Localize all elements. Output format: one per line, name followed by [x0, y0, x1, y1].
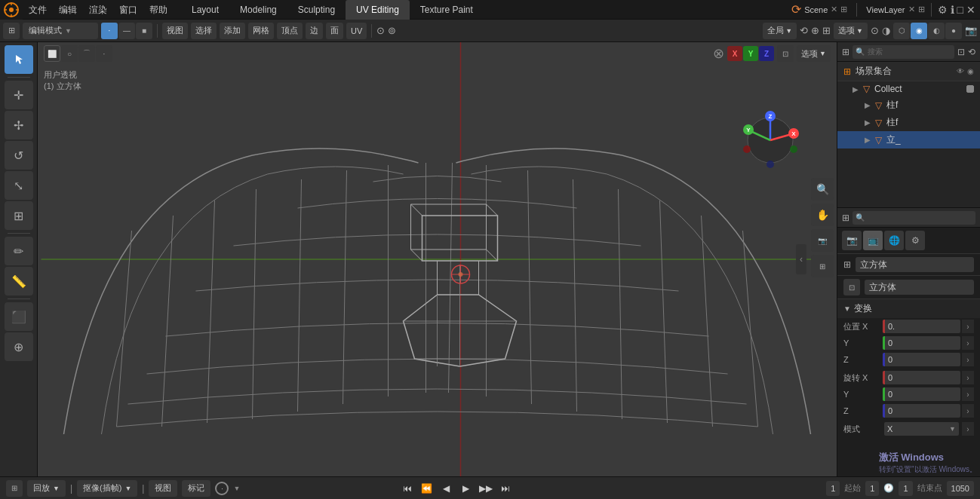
icon-settings[interactable]: ⚙: [938, 4, 948, 16]
zoom-vp-btn[interactable]: 🔍: [811, 178, 834, 201]
icon-maximize[interactable]: □: [957, 4, 963, 16]
pos-y-input[interactable]: 0: [883, 336, 960, 350]
props-output-icon[interactable]: 📺: [863, 231, 883, 250]
camera-view-icon[interactable]: 📷: [965, 25, 977, 36]
gizmo-widget[interactable]: Z X Y: [740, 110, 800, 170]
outliner-item-2[interactable]: ▶ ▽ 柱f: [837, 114, 980, 131]
mode-select[interactable]: 编辑模式 ▼: [23, 23, 98, 39]
mesh-menu[interactable]: 网格: [248, 23, 274, 39]
tab-sculpting[interactable]: Sculpting: [287, 0, 346, 20]
transform-orient-icon[interactable]: ⊗: [713, 45, 724, 62]
extrude-tool[interactable]: ⊕: [5, 332, 33, 361]
options-btn[interactable]: 选项 ▼: [834, 23, 868, 39]
vert-icon[interactable]: ·: [101, 23, 118, 39]
jump-end-btn[interactable]: ⏭: [497, 480, 514, 497]
y-axis-btn[interactable]: Y: [743, 46, 758, 61]
prev-keyframe-btn[interactable]: ⏪: [419, 480, 435, 497]
mark-btn[interactable]: 标记: [182, 480, 210, 497]
overlay-icon[interactable]: ⊙: [871, 25, 879, 36]
pos-y-arrow[interactable]: ›: [962, 336, 974, 350]
tab-texture-paint[interactable]: Texture Paint: [410, 0, 484, 20]
props-view-icon[interactable]: 🌐: [884, 231, 904, 250]
editor-type-bottom[interactable]: ⊞: [6, 480, 23, 497]
persp-ortho-btn[interactable]: ⊡: [777, 45, 794, 62]
scene-hide-icon[interactable]: ◉: [967, 67, 974, 75]
icon-close[interactable]: ✕: [966, 4, 975, 16]
tab-modeling[interactable]: Modeling: [229, 0, 287, 20]
play-btn[interactable]: ▶: [458, 480, 475, 497]
transform-header[interactable]: ▼ 变换: [837, 299, 980, 318]
step-forward-btn[interactable]: ▶▶: [478, 480, 494, 497]
wire-shading[interactable]: ⬡: [893, 23, 910, 39]
move-tool[interactable]: ✢: [5, 111, 33, 139]
menu-file[interactable]: 文件: [23, 0, 53, 20]
viewport-3d[interactable]: ⬜ ○ ⌒ · ⊗ X Y Z ⊡ 选项 ▼ 用户透视: [38, 42, 837, 476]
object-name-input[interactable]: 立方体: [856, 257, 974, 272]
pan-vp-btn[interactable]: ✋: [811, 204, 834, 226]
start-time-input[interactable]: 1: [899, 481, 912, 496]
camera-vp-btn[interactable]: 📷: [811, 229, 834, 252]
rot-z-arrow[interactable]: ›: [962, 404, 974, 418]
scene-collection-row[interactable]: ⊞ 场景集合 👁 ◉: [837, 62, 980, 81]
props-render-icon[interactable]: 📷: [842, 231, 862, 250]
mesh-name-input[interactable]: 立方体: [865, 280, 974, 295]
mesh-icon[interactable]: ⊡: [843, 279, 860, 295]
rot-z-input[interactable]: 0: [883, 404, 960, 418]
face-menu[interactable]: 面: [326, 23, 343, 39]
global-btn[interactable]: 全局 ▼: [763, 23, 797, 39]
edge-icon[interactable]: —: [118, 23, 135, 39]
edge-menu[interactable]: 边: [306, 23, 323, 39]
mode-arrow[interactable]: ›: [962, 422, 974, 436]
undo-btn[interactable]: 回放 ▼: [27, 480, 66, 497]
snap2-icon[interactable]: ⊞: [822, 25, 831, 36]
menu-window[interactable]: 窗口: [113, 0, 143, 20]
render-shading[interactable]: ●: [945, 23, 962, 39]
select-options-btn[interactable]: 选项 ▼: [797, 45, 831, 62]
shading-icon[interactable]: ◑: [882, 25, 890, 36]
menu-render[interactable]: 渲染: [83, 0, 113, 20]
scale-tool[interactable]: ⤡: [5, 171, 33, 200]
tab-layout[interactable]: Layout: [181, 0, 229, 20]
props-scene-icon[interactable]: ⚙: [905, 231, 925, 250]
tab-uv-editing[interactable]: UV Editing: [346, 0, 410, 20]
transform-icon[interactable]: ⟲: [800, 25, 808, 36]
outliner-search-box[interactable]: 🔍 搜索: [853, 45, 954, 59]
view-btn-bottom[interactable]: 视图: [149, 480, 177, 497]
add-cube-tool[interactable]: ⬛: [5, 302, 33, 331]
snap-icon[interactable]: ⊙: [376, 25, 385, 36]
outliner-item-3-selected[interactable]: ▶ ▽ 立_: [837, 131, 980, 148]
uv-menu[interactable]: UV: [346, 23, 367, 39]
grid-vp-btn[interactable]: ⊞: [811, 255, 834, 277]
z-axis-btn[interactable]: Z: [759, 46, 774, 61]
current-frame-input[interactable]: 1: [826, 481, 840, 496]
view-menu[interactable]: 视图: [162, 23, 188, 39]
pivot-icon[interactable]: ⊕: [811, 25, 819, 36]
editor-type-btn[interactable]: ⊞: [3, 23, 20, 39]
transform-tool[interactable]: ⊞: [5, 201, 33, 230]
step-back-btn[interactable]: ◀: [438, 480, 455, 497]
pos-x-arrow[interactable]: ›: [962, 320, 974, 333]
outliner-sync-icon[interactable]: ⟲: [968, 47, 975, 57]
x-axis-btn[interactable]: X: [727, 46, 742, 61]
icon-info[interactable]: ℹ: [951, 4, 954, 16]
menu-help[interactable]: 帮助: [143, 0, 174, 20]
outliner-filter-icon[interactable]: ⊡: [957, 47, 965, 57]
scene-eye-icon[interactable]: 👁: [957, 67, 964, 75]
cursor-tool[interactable]: ✛: [5, 81, 33, 109]
start-frame-input[interactable]: 1: [865, 481, 879, 496]
rot-x-input[interactable]: 0: [883, 371, 960, 384]
face-icon[interactable]: ■: [136, 23, 152, 39]
props-search-box[interactable]: 🔍: [853, 211, 975, 225]
select-tool[interactable]: [5, 45, 33, 74]
panel-collapse-arrow[interactable]: ‹: [796, 244, 806, 274]
material-shading[interactable]: ◐: [928, 23, 945, 39]
add-menu[interactable]: 添加: [220, 23, 245, 39]
collect-check[interactable]: [966, 85, 974, 93]
pos-x-input[interactable]: 0.: [883, 320, 960, 333]
measure-tool[interactable]: 📏: [5, 267, 33, 295]
select-menu[interactable]: 选择: [191, 23, 217, 39]
rot-y-input[interactable]: 0: [883, 387, 960, 401]
annotate-tool[interactable]: ✏: [5, 237, 33, 265]
box-select-btn[interactable]: ⬜: [44, 45, 60, 62]
rotate-tool[interactable]: ↺: [5, 141, 33, 170]
